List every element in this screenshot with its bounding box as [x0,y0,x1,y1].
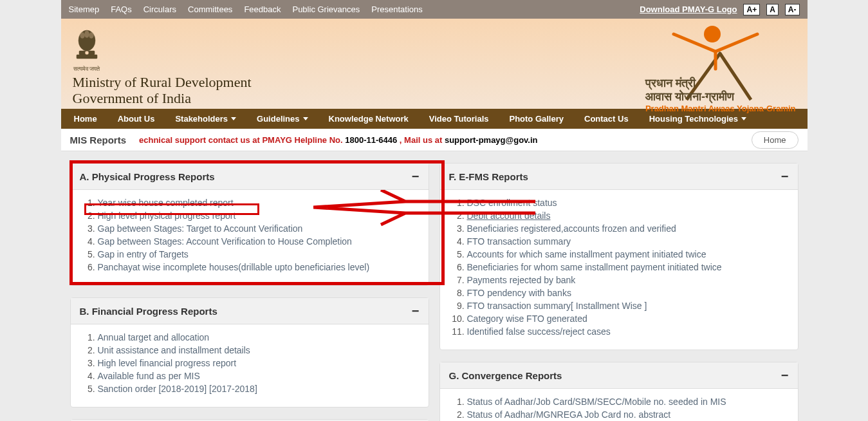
content-area: A. Physical Progress Reports − Year wise… [61,151,808,421]
mainnav-knowledge-network[interactable]: Knowledge Network [319,109,419,129]
report-link-f10[interactable]: Category wise FTO generated [467,313,587,324]
caret-down-icon [741,117,746,120]
right-column: F. E-FMS Reports − DSC enrollment status… [439,163,799,421]
mainnav-stakeholders[interactable]: Stakeholders [165,109,246,129]
site-header: सत्यमेव जयते Ministry of Rural Developme… [61,19,808,109]
report-link-b5[interactable]: Sanction order [2018-2019] [2017-2018] [98,384,257,394]
sub-bar: MIS Reports echnical support contact us … [61,129,808,151]
report-link-b4[interactable]: Available fund as per MIS [98,371,200,381]
topbar-link-sitemep[interactable]: Sitemep [69,5,100,14]
report-link-a6[interactable]: Panchayat wise incomplete houses(drillab… [98,262,370,272]
mainnav-home[interactable]: Home [64,109,107,129]
collapse-toggle-g[interactable]: − [781,369,789,382]
topbar-link-circulars[interactable]: Circulars [143,5,176,14]
report-link-f11[interactable]: Identified false success/reject cases [467,326,611,337]
marquee-part: support-pmayg@gov.in [445,135,538,145]
helpline-marquee: echnical support contact us at PMAYG Hel… [139,135,739,145]
report-link-f6[interactable]: Beneficiaries for whom same installment … [467,262,722,272]
marquee-part: 1800-11-6446 [345,135,400,145]
panel-title-a: A. Physical Progress Reports [80,171,215,182]
report-link-a5[interactable]: Gap in entry of Targets [98,249,189,259]
topbar-link-grievances[interactable]: Public Grievances [292,5,360,14]
satyameva-text: सत्यमेव जयते [73,66,101,73]
svg-rect-0 [77,55,97,59]
scheme-english: Pradhan Mantri Awaas Yojana-Gramin [645,104,796,113]
panel-financial-progress: B. Financial Progress Reports − Annual t… [70,297,429,407]
font-default-button[interactable]: A [766,4,779,15]
topbar-links: Sitemep FAQs Circulars Committees Feedba… [69,5,423,14]
caret-down-icon [303,117,308,120]
ministry-title: Ministry of Rural Development Government… [73,74,252,107]
svg-point-7 [704,26,721,42]
report-link-f3[interactable]: Beneficiaries registered,accounts frozen… [467,223,676,234]
page-title: MIS Reports [70,135,127,145]
report-link-b3[interactable]: High level financial progress report [98,358,237,368]
topbar-link-faqs[interactable]: FAQs [111,5,132,14]
panel-title-g: G. Convergence Reports [449,370,562,381]
marquee-part: , Mail us at [400,135,445,145]
report-link-f5[interactable]: Accounts for which same installment paym… [467,249,706,259]
report-link-f7[interactable]: Payments rejected by bank [467,275,576,285]
caret-down-icon [231,117,236,120]
mainnav-guidelines[interactable]: Guidelines [246,109,318,129]
report-link-f4[interactable]: FTO transaction summary [467,236,571,247]
report-link-a1[interactable]: Year wise house completed report [98,198,234,208]
font-increase-button[interactable]: A+ [743,4,760,15]
panel-convergence: G. Convergence Reports − Status of Aadha… [439,362,799,421]
scheme-hindi-2: आवास योजना-ग्रामीण [645,90,796,104]
svg-point-5 [89,32,94,39]
report-link-g1[interactable]: Status of Aadhar/Job Card/SBM/SECC/Mobil… [467,397,726,407]
marquee-part: echnical support contact us at PMAYG Hel… [139,135,345,145]
collapse-toggle-a[interactable]: − [412,170,420,183]
download-logo-link[interactable]: Download PMAY-G Logo [640,5,737,14]
mainnav-photo-gallery[interactable]: Photo Gallery [499,109,574,129]
ministry-line2: Government of India [73,90,192,106]
report-link-f2[interactable]: Debit account details [467,210,551,221]
report-link-f1[interactable]: DSC enrollment status [467,198,557,208]
topbar: Sitemep FAQs Circulars Committees Feedba… [61,0,808,19]
report-link-a4[interactable]: Gap between Stages: Account Verification… [98,236,352,247]
report-link-f8[interactable]: FTO pendency with banks [467,288,571,298]
report-link-g2[interactable]: Status of Aadhar/MGNREGA Job Card no. ab… [467,409,671,420]
panel-physical-progress: A. Physical Progress Reports − Year wise… [70,163,429,286]
mainnav-about-us[interactable]: About Us [107,109,165,129]
collapse-toggle-b[interactable]: − [412,304,420,317]
scheme-hindi-1: प्रधान मंत्री [645,77,796,90]
panel-title-f: F. E-FMS Reports [449,171,528,182]
panel-title-b: B. Financial Progress Reports [80,306,217,317]
report-link-b2[interactable]: Unit assistance and installment details [98,345,250,355]
mainnav-video-tutorials[interactable]: Video Tutorials [419,109,499,129]
panel-efms: F. E-FMS Reports − DSC enrollment status… [439,163,799,350]
font-decrease-button[interactable]: A- [785,4,800,15]
report-link-a3[interactable]: Gap between Stages: Target to Account Ve… [98,223,303,234]
svg-point-6 [84,30,89,38]
report-link-a2[interactable]: High level physical progress report [98,210,236,221]
left-column: A. Physical Progress Reports − Year wise… [70,163,429,421]
report-link-b1[interactable]: Annual target and allocation [98,332,210,342]
svg-point-2 [85,51,89,55]
collapse-toggle-f[interactable]: − [781,170,789,183]
topbar-link-presentations[interactable]: Presentations [371,5,423,14]
topbar-link-committees[interactable]: Committees [188,5,232,14]
home-button[interactable]: Home [752,131,799,149]
ministry-line1: Ministry of Rural Development [73,74,252,90]
svg-point-4 [80,32,85,39]
report-link-f9[interactable]: FTO transaction summary[ Installment Wis… [467,301,647,311]
mainnav-contact-us[interactable]: Contact Us [574,109,639,129]
topbar-link-feedback[interactable]: Feedback [244,5,281,14]
